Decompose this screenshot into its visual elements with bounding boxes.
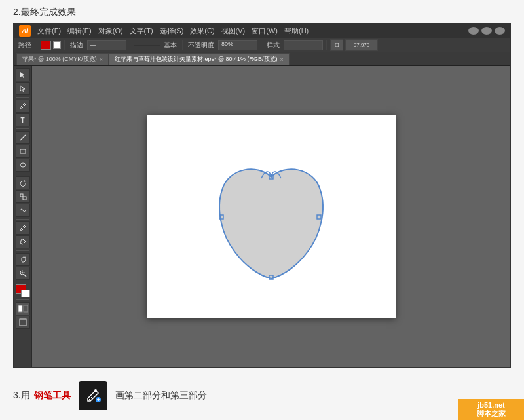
tool-sep2	[16, 128, 29, 129]
tool-rect[interactable]	[16, 145, 30, 158]
sep2	[64, 40, 65, 50]
tool-sep1	[16, 97, 29, 98]
menu-effect[interactable]: 效果(C)	[187, 26, 217, 36]
bottom-section: 3.用 钢笔工具 画第二部分和第三部分	[0, 371, 524, 420]
svg-line-7	[24, 275, 26, 277]
svg-point-17	[94, 389, 97, 392]
svg-rect-10	[18, 305, 22, 312]
menu-file[interactable]: 文件(F)	[35, 26, 64, 36]
line-style	[134, 45, 160, 46]
svg-rect-5	[23, 197, 26, 200]
ai-document	[147, 115, 396, 318]
ai-tabs: 苹果* @ 100% (CMYK/预览) × 红苹果与草莓汁包装设计矢量素材.e…	[14, 52, 510, 66]
window-close[interactable]	[495, 27, 505, 35]
tool-screen-mode[interactable]	[16, 316, 30, 329]
window-minimize[interactable]	[468, 27, 479, 35]
watermark-name: 脚本之家	[477, 409, 506, 419]
tool-line[interactable]	[16, 131, 30, 144]
menu-window[interactable]: 窗口(W)	[249, 26, 280, 36]
tool-normal-mode[interactable]	[16, 302, 30, 315]
blob-shape	[199, 144, 343, 288]
tool-colors[interactable]	[16, 284, 30, 297]
background-color[interactable]	[21, 290, 30, 297]
tool-sep4	[16, 219, 29, 220]
sep1	[37, 40, 37, 50]
tool-direct-select[interactable]	[16, 82, 30, 95]
path-label: 路径	[16, 41, 33, 50]
menu-object[interactable]: 对象(O)	[96, 26, 126, 36]
bottom-prefix: 3.用	[13, 390, 30, 402]
align-btn[interactable]: ⊞	[330, 39, 343, 51]
svg-rect-4	[20, 194, 23, 197]
watermark-box: jb51.net 脚本之家	[458, 399, 524, 420]
menu-text[interactable]: 文字(T)	[127, 26, 156, 36]
sep3	[130, 40, 130, 50]
style-dropdown[interactable]	[284, 40, 323, 50]
svg-rect-11	[24, 305, 28, 312]
tool-select[interactable]	[16, 68, 30, 81]
coord-display: 97.973	[345, 39, 378, 51]
fill-color[interactable]	[41, 41, 51, 50]
opacity-dropdown[interactable]: 80%	[218, 40, 257, 50]
svg-line-18	[88, 396, 93, 401]
stroke-width-dropdown[interactable]: —	[87, 40, 126, 50]
menu-edit[interactable]: 编辑(E)	[65, 26, 94, 36]
tool-scale[interactable]	[16, 190, 30, 203]
tab-1[interactable]: 苹果* @ 100% (CMYK/预览) ×	[16, 53, 109, 65]
tool-zoom[interactable]	[16, 267, 30, 280]
tool-rotate[interactable]	[16, 176, 30, 189]
bottom-suffix-text: 画第二部分和第三部分	[115, 390, 207, 402]
pen-tool-icon	[79, 381, 107, 410]
ai-canvas	[32, 66, 510, 367]
tab-2[interactable]: 红苹果与草莓汁包装设计矢量素材.eps* @ 80.41% (RGB/预览) ×	[109, 53, 290, 65]
menu-select[interactable]: 选择(S)	[157, 26, 187, 36]
svg-point-0	[24, 103, 25, 104]
menu-view[interactable]: 视图(V)	[219, 26, 248, 36]
tool-warp[interactable]	[16, 204, 30, 217]
ai-logo: Ai	[19, 25, 31, 37]
pen-tool-label: 钢笔工具	[34, 390, 71, 402]
bottom-text: 3.用 钢笔工具	[13, 390, 71, 402]
tool-paintbucket[interactable]	[16, 235, 30, 248]
svg-point-3	[20, 163, 26, 167]
tool-sep6	[16, 282, 29, 282]
window-maximize[interactable]	[481, 27, 492, 35]
svg-rect-2	[20, 149, 26, 153]
ai-window: Ai 文件(F) 编辑(E) 对象(O) 文字(T) 选择(S) 效果(C) 视…	[13, 23, 511, 368]
stroke-color[interactable]	[53, 41, 61, 49]
svg-rect-12	[20, 319, 26, 326]
menu-help[interactable]: 帮助(H)	[282, 26, 311, 36]
basic-label: 基本	[162, 41, 179, 50]
tab-2-close[interactable]: ×	[280, 56, 284, 63]
style-label: 样式	[265, 41, 282, 50]
tool-type[interactable]: T	[16, 113, 30, 126]
svg-line-1	[20, 135, 26, 140]
ai-titlebar: Ai 文件(F) 编辑(E) 对象(O) 文字(T) 选择(S) 效果(C) 视…	[14, 24, 510, 38]
section-label: 2.最终完成效果	[13, 7, 76, 18]
tool-sep3	[16, 174, 29, 174]
tool-pen[interactable]	[16, 100, 30, 113]
opacity-label: 不透明度	[186, 41, 216, 50]
sep4	[182, 40, 183, 50]
sep5	[261, 40, 261, 50]
tool-sep5	[16, 250, 29, 251]
tool-eyedropper[interactable]	[16, 221, 30, 235]
tools-panel: T	[14, 66, 32, 367]
tab-1-close[interactable]: ×	[100, 56, 103, 63]
watermark-url: jb51.net	[477, 401, 505, 409]
ai-toolbar: 路径 描边 — 基本 不透明度 80% 样式 ⊞ 97.973	[14, 38, 510, 52]
tool-ellipse[interactable]	[16, 159, 30, 172]
ai-content: T	[14, 66, 510, 367]
stroke-label: 描边	[68, 41, 85, 50]
tool-sep7	[16, 299, 29, 300]
tool-hand[interactable]	[16, 253, 30, 266]
sep6	[326, 40, 327, 50]
ai-menu: 文件(F) 编辑(E) 对象(O) 文字(T) 选择(S) 效果(C) 视图(V…	[35, 26, 311, 36]
